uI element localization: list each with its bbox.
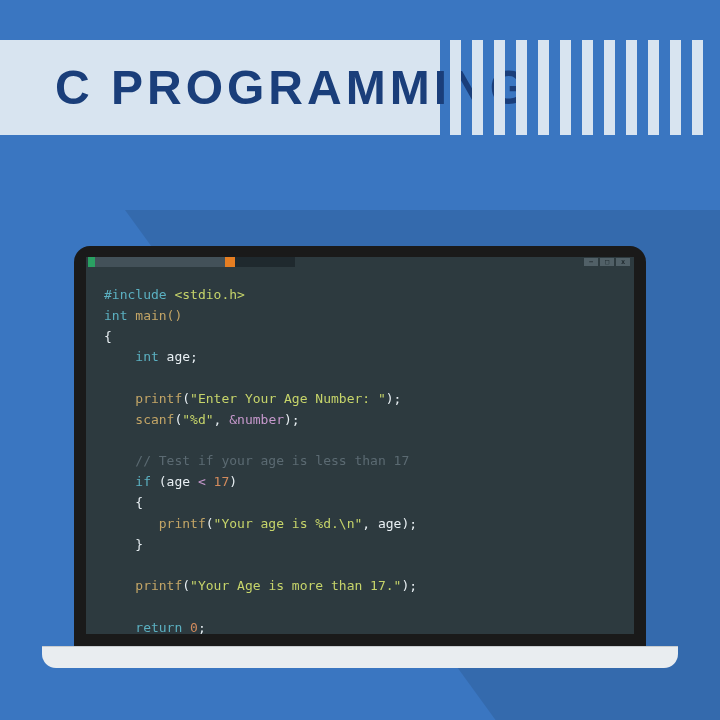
code-punct: , age); [362, 516, 417, 531]
code-punct: ); [401, 578, 417, 593]
screen-bezel: − □ x #include <stdio.h> int main() { in… [74, 246, 646, 646]
code-brace: { [104, 329, 112, 344]
tab-active[interactable] [95, 257, 225, 267]
code-punct: ); [284, 412, 300, 427]
minimize-button[interactable]: − [584, 258, 598, 266]
code-str: "Your Age is more than 17." [190, 578, 401, 593]
code-str: "Enter Your Age Number: " [190, 391, 386, 406]
code-kw: if [104, 474, 159, 489]
tab-indicator-green [88, 257, 95, 267]
laptop-base [42, 646, 678, 668]
code-header: <stdio.h> [174, 287, 244, 302]
code-fn: main() [127, 308, 182, 323]
code-kw: int [104, 349, 159, 364]
window-controls: − □ x [584, 258, 630, 266]
code-punct: ) [229, 474, 237, 489]
code-fn: printf [104, 516, 206, 531]
code-kw: return [104, 620, 190, 634]
code-punct: ); [386, 391, 402, 406]
code-brace: } [104, 537, 143, 552]
editor-screen: − □ x #include <stdio.h> int main() { in… [86, 257, 634, 634]
code-fn: printf [104, 578, 182, 593]
code-kw: int [104, 308, 127, 323]
code-brace: { [104, 495, 143, 510]
laptop: − □ x #include <stdio.h> int main() { in… [42, 246, 678, 668]
code-str: "%d" [182, 412, 213, 427]
code-fn: scanf [104, 412, 174, 427]
decorative-stripes [440, 40, 720, 135]
editor-titlebar: − □ x [86, 257, 634, 267]
code-num: 17 [206, 474, 229, 489]
code-punct: ( [182, 578, 190, 593]
code-block: #include <stdio.h> int main() { int age;… [86, 267, 634, 634]
code-fn: printf [104, 391, 182, 406]
code-include: #include [104, 287, 174, 302]
tab-inactive[interactable] [235, 257, 295, 267]
code-ref: &number [229, 412, 284, 427]
code-str: "Your age is %d.\n" [214, 516, 363, 531]
code-punct: (age [159, 474, 198, 489]
code-punct: ; [190, 349, 198, 364]
code-comment: // Test if your age is less than 17 [104, 453, 409, 468]
code-op: < [198, 474, 206, 489]
title-band: C PROGRAMMING [0, 40, 440, 135]
code-punct: ( [206, 516, 214, 531]
code-var: age [159, 349, 190, 364]
close-button[interactable]: x [616, 258, 630, 266]
tab-indicator-orange [225, 257, 235, 267]
code-num: 0 [190, 620, 198, 634]
maximize-button[interactable]: □ [600, 258, 614, 266]
code-punct: ; [198, 620, 206, 634]
code-punct: ( [182, 391, 190, 406]
code-punct: , [214, 412, 230, 427]
